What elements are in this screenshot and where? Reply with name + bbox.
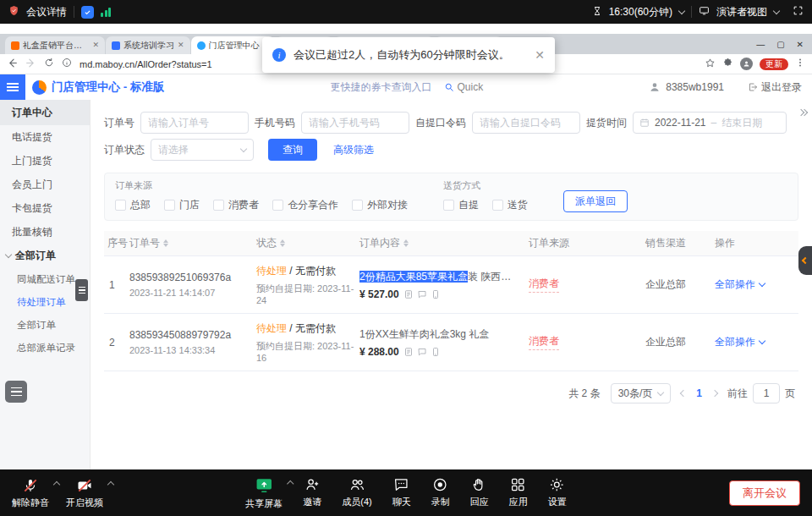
window-maximize-button[interactable]: ▢ (776, 40, 784, 49)
meeting-details-button[interactable]: 会议详情 (26, 5, 67, 19)
tab-close-icon[interactable]: ✕ (92, 41, 99, 49)
source-badge[interactable]: 消费者 (529, 334, 559, 350)
reactions-button[interactable]: 回应 (470, 476, 489, 510)
logout-button[interactable]: 退出登录 (748, 80, 802, 95)
right-panel-collapse-handle[interactable] (798, 246, 812, 275)
view-dropdown-icon[interactable] (773, 7, 780, 14)
window-minimize-button[interactable]: — (756, 40, 765, 49)
sidebar-collapse-handle[interactable] (75, 279, 88, 301)
tab-close-icon[interactable]: ✕ (178, 41, 184, 49)
checkbox-consumer[interactable]: 消费者 (213, 198, 259, 212)
sidebar-group-all-orders[interactable]: 全部订单 (0, 244, 90, 268)
page-size-select[interactable]: 30条/页 (611, 383, 672, 403)
date-start[interactable]: 2022-11-21 (655, 117, 706, 129)
sort-icon[interactable] (163, 239, 168, 247)
refresh-icon[interactable] (44, 58, 54, 70)
order-no[interactable]: 83859345088979792a (129, 329, 256, 341)
browser-profile-avatar[interactable] (740, 58, 753, 70)
back-icon[interactable] (7, 58, 18, 71)
advanced-filter-link[interactable]: 高级筛选 (333, 143, 374, 157)
window-close-button[interactable]: ✕ (797, 40, 804, 49)
sidebar-item-hq-dispatch-records[interactable]: 总部派单记录 (0, 337, 90, 360)
chat-bubble-icon[interactable] (417, 289, 427, 299)
fullscreen-icon[interactable] (793, 5, 804, 19)
apps-button[interactable]: 应用 (509, 476, 528, 510)
browser-update-button[interactable]: 更新 (760, 58, 788, 70)
quick-search[interactable]: Quick (444, 81, 484, 93)
checkbox-external[interactable]: 外部对接 (352, 198, 408, 212)
search-button[interactable]: 查询 (268, 139, 317, 161)
order-status-select[interactable]: 请选择 (151, 139, 254, 161)
chat-button[interactable]: 聊天 (392, 476, 411, 510)
mic-options-icon[interactable] (53, 480, 60, 487)
source-badge[interactable]: 消费者 (529, 277, 559, 293)
phone-input[interactable] (301, 112, 409, 134)
col-actions: 操作 (715, 236, 798, 250)
order-no[interactable]: 83859389251069376a (129, 272, 256, 283)
extensions-puzzle-icon[interactable] (722, 58, 733, 71)
content-highlighted-text[interactable]: 2份精品大果85苹果礼盒 (359, 271, 468, 283)
leave-meeting-button[interactable]: 离开会议 (729, 480, 800, 506)
checkbox-self-pickup[interactable]: 自提 (443, 198, 479, 212)
next-page-icon[interactable] (711, 390, 718, 397)
checkbox-hq[interactable]: 总部 (115, 198, 151, 212)
view-mode-button[interactable]: 演讲者视图 (716, 5, 767, 19)
site-info-icon[interactable] (62, 58, 72, 70)
share-options-icon[interactable] (287, 480, 294, 486)
browser-tab[interactable]: 礼盒蛋销平台管理中心 ✕ (5, 36, 105, 54)
timer-dropdown-icon[interactable] (678, 7, 685, 14)
sidebar-item-card-pickup[interactable]: 卡包提货 (0, 196, 90, 220)
all-actions-dropdown[interactable]: 全部操作 (715, 335, 798, 349)
invite-button[interactable]: 邀请 (303, 476, 321, 510)
bookmark-star-icon[interactable] (705, 58, 716, 71)
pickup-date-range-picker[interactable]: 2022-11-21 – 结束日期 (633, 112, 787, 134)
share-screen-button[interactable]: 共享屏幕 (245, 476, 283, 510)
phone-icon[interactable] (431, 289, 441, 299)
page-number[interactable]: 1 (696, 387, 702, 399)
checkbox-delivery[interactable]: 送货 (492, 198, 528, 212)
sort-icon[interactable] (280, 239, 285, 247)
video-options-icon[interactable] (107, 480, 114, 487)
sidebar-item-batch-verify[interactable]: 批量核销 (0, 220, 90, 244)
sidebar-item-member-visit[interactable]: 会员上门 (0, 173, 90, 196)
col-content[interactable]: 订单内容 (359, 236, 529, 250)
browser-menu-dots-icon[interactable] (795, 58, 805, 70)
sort-icon[interactable] (403, 239, 409, 247)
start-video-button[interactable]: 开启视频 (66, 477, 103, 509)
unmute-button[interactable]: 解除静音 (12, 477, 49, 509)
pickup-code-input[interactable] (472, 112, 580, 134)
url-text[interactable]: md.maboy.cn/AllOrder?status=1 (80, 59, 212, 69)
collapse-double-chevron-icon[interactable] (798, 110, 807, 115)
hamburger-menu-icon[interactable] (0, 74, 25, 100)
forward-icon[interactable] (25, 58, 36, 71)
date-end-placeholder[interactable]: 结束日期 (721, 116, 762, 130)
sidebar-item-door-pickup[interactable]: 上门提货 (0, 149, 90, 173)
toast-close-icon[interactable]: ✕ (535, 49, 545, 61)
sidebar-item-all-orders[interactable]: 全部订单 (0, 314, 90, 337)
coupon-quick-entry-link[interactable]: 更快捷的券卡查询入口 (331, 80, 432, 95)
goto-page-input[interactable] (753, 383, 780, 403)
floating-list-button[interactable] (5, 381, 27, 403)
chat-bubble-icon[interactable] (417, 347, 427, 357)
phone-icon[interactable] (431, 347, 441, 357)
checkbox-warehouse-coop[interactable]: 仓分享合作 (272, 198, 338, 212)
record-button[interactable]: 录制 (431, 476, 450, 510)
prev-page-icon[interactable] (680, 390, 687, 397)
receipt-icon[interactable] (403, 347, 414, 357)
settings-button[interactable]: 设置 (548, 476, 567, 510)
col-order-no[interactable]: 订单号 (129, 236, 256, 250)
order-no-input[interactable] (140, 112, 249, 134)
col-status[interactable]: 状态 (256, 236, 359, 250)
meeting-timer[interactable]: 16:30(60分钟) (609, 5, 672, 19)
checkbox-store[interactable]: 门店 (164, 198, 200, 212)
network-signal-icon[interactable] (101, 7, 111, 17)
sidebar-section-order-center[interactable]: 订单中心 (0, 100, 90, 125)
all-actions-dropdown[interactable]: 全部操作 (715, 277, 798, 292)
username[interactable]: 8385wb1991 (666, 81, 724, 93)
browser-tab[interactable]: 系统培训学习 ✕ (106, 36, 190, 54)
members-button[interactable]: 成员(4) (342, 476, 371, 510)
dispatch-return-button[interactable]: 派单退回 (563, 190, 628, 212)
receipt-icon[interactable] (403, 289, 414, 299)
sidebar-item-phone-pickup[interactable]: 电话提货 (0, 125, 90, 149)
secure-check-icon[interactable] (81, 6, 94, 19)
